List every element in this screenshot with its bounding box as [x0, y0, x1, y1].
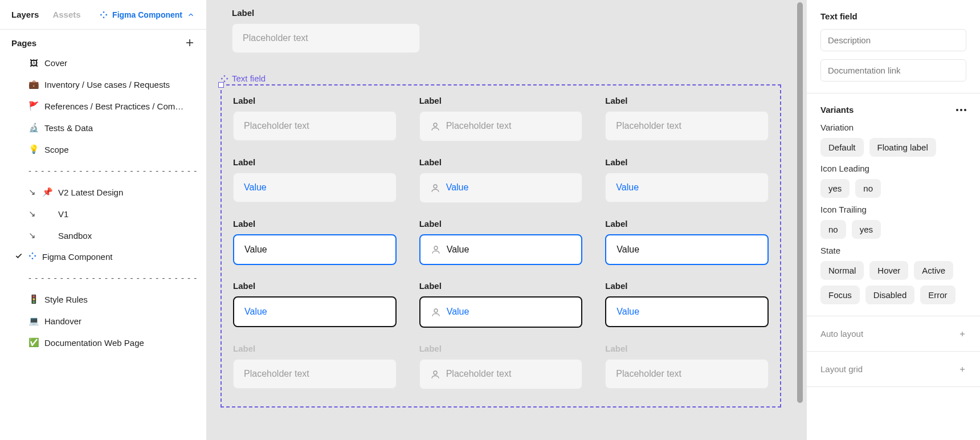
- textfield-input: Placeholder text: [233, 111, 397, 141]
- textfield-label: Label: [605, 96, 769, 105]
- variant-cell[interactable]: LabelValue: [419, 219, 583, 266]
- variant-cell[interactable]: LabelValue: [605, 281, 769, 328]
- page-label: - - - - - - - - - - - - - - - - - - - - …: [28, 273, 197, 283]
- page-separator: - - - - - - - - - - - - - - - - - - - - …: [2, 267, 204, 288]
- page-item[interactable]: Figma Component: [2, 246, 204, 267]
- textfield-text: Value: [616, 307, 639, 316]
- variant-cell[interactable]: LabelValue: [233, 157, 397, 203]
- variant-frame-title[interactable]: Text field: [220, 74, 781, 83]
- variant-chip[interactable]: Normal: [820, 261, 864, 280]
- page-item[interactable]: 🚩References / Best Practices / Com…: [2, 95, 204, 117]
- textfield-text: Value: [446, 182, 469, 192]
- page-emoji: 🔬: [28, 123, 39, 133]
- user-icon: [430, 369, 440, 380]
- textfield-label: Label: [605, 157, 769, 167]
- page-label: Tests & Data: [44, 123, 93, 133]
- pages-section-header: Pages: [0, 30, 206, 52]
- variant-prop-state-title: State: [820, 246, 966, 255]
- variant-cell[interactable]: LabelPlaceholder text: [419, 96, 583, 141]
- user-icon: [430, 121, 440, 132]
- variant-chip[interactable]: no: [820, 220, 846, 239]
- canvas-scrollbar[interactable]: [796, 2, 804, 438]
- variant-cell[interactable]: LabelValue: [233, 281, 397, 328]
- variant-cell[interactable]: LabelValue: [419, 281, 583, 328]
- variant-cell[interactable]: LabelValue: [605, 219, 769, 266]
- variant-chip[interactable]: Hover: [869, 261, 908, 280]
- page-item[interactable]: 💼Inventory / Use cases / Requests: [2, 74, 204, 95]
- textfield-text: Value: [447, 245, 469, 254]
- variant-cell[interactable]: LabelValue: [605, 157, 769, 203]
- textfield-input: Value: [233, 296, 397, 327]
- variant-chip[interactable]: yes: [852, 220, 881, 239]
- arrow-icon: ↘: [28, 230, 36, 241]
- page-item[interactable]: 🖼Cover: [2, 52, 204, 74]
- svg-rect-6: [31, 252, 33, 254]
- canvas-solo-textfield[interactable]: Label Placeholder text: [232, 8, 781, 53]
- svg-rect-1: [105, 14, 107, 15]
- page-component-selector[interactable]: Figma Component: [100, 10, 195, 19]
- variant-prop-leading-title: Icon Leading: [820, 164, 966, 173]
- svg-rect-7: [34, 255, 36, 256]
- variants-more-button[interactable]: [956, 109, 966, 111]
- page-emoji: 💼: [28, 79, 39, 89]
- variant-chip[interactable]: Disabled: [865, 286, 914, 304]
- svg-rect-0: [103, 11, 104, 13]
- variant-cell[interactable]: LabelPlaceholder text: [233, 344, 397, 389]
- page-item[interactable]: 💡Scope: [2, 138, 204, 160]
- variant-frame-label: Text field: [232, 74, 266, 83]
- textfield-text: Placeholder text: [244, 121, 309, 131]
- variant-chip[interactable]: Focus: [820, 286, 860, 304]
- tab-assets[interactable]: Assets: [52, 10, 80, 19]
- canvas-scrollbar-thumb[interactable]: [797, 2, 803, 403]
- right-panel: Text field Variants Variation DefaultFlo…: [806, 0, 980, 440]
- textfield-text: Placeholder text: [446, 121, 512, 131]
- layout-grid-label: Layout grid: [820, 364, 863, 374]
- page-item[interactable]: ↘📌V2 Latest Design: [2, 181, 204, 203]
- textfield-label: Label: [233, 344, 397, 353]
- variant-frame[interactable]: LabelPlaceholder textLabelPlaceholder te…: [220, 84, 781, 408]
- page-item[interactable]: 🚦Style Rules: [2, 288, 204, 310]
- plus-icon: [958, 365, 966, 373]
- variant-chip[interactable]: Default: [820, 138, 864, 157]
- variant-cell[interactable]: LabelPlaceholder text: [419, 344, 583, 389]
- variant-cell[interactable]: LabelPlaceholder text: [605, 96, 769, 141]
- variant-chip[interactable]: Floating label: [869, 138, 936, 157]
- page-item[interactable]: 🔬Tests & Data: [2, 117, 204, 138]
- canvas-inner: Label Placeholder text Text field LabelP…: [207, 0, 806, 440]
- svg-point-18: [434, 371, 437, 374]
- frame-resize-handle[interactable]: [218, 82, 224, 88]
- tab-layers[interactable]: Layers: [11, 10, 39, 19]
- variant-chip[interactable]: no: [855, 179, 881, 198]
- svg-rect-13: [221, 78, 223, 79]
- page-label: Cover: [44, 58, 67, 68]
- textfield-input: Placeholder text: [233, 359, 397, 389]
- page-item[interactable]: ↘V1: [2, 203, 204, 225]
- page-label: Inventory / Use cases / Requests: [44, 80, 170, 89]
- svg-point-17: [434, 309, 438, 312]
- variant-chip[interactable]: yes: [820, 179, 850, 198]
- page-item[interactable]: ✅Documentation Web Page: [2, 332, 204, 353]
- variant-cell[interactable]: LabelPlaceholder text: [233, 96, 397, 141]
- variant-cell[interactable]: LabelPlaceholder text: [605, 344, 769, 389]
- variant-cell[interactable]: LabelValue: [233, 219, 397, 266]
- textfield-label: Label: [605, 344, 769, 353]
- left-panel-header: Layers Assets Figma Component: [0, 0, 206, 30]
- page-item[interactable]: 💻Handover: [2, 310, 204, 332]
- description-input[interactable]: [820, 29, 966, 51]
- variant-chip[interactable]: Active: [914, 261, 953, 280]
- add-page-button[interactable]: [185, 38, 195, 48]
- canvas[interactable]: Label Placeholder text Text field LabelP…: [207, 0, 806, 440]
- variant-chip[interactable]: Error: [920, 286, 955, 304]
- page-item[interactable]: ↘Sandbox: [2, 225, 204, 246]
- textfield-input: Placeholder text: [605, 111, 769, 141]
- textfield-label: Label: [419, 157, 583, 167]
- variant-cell[interactable]: LabelValue: [419, 157, 583, 203]
- svg-point-15: [434, 185, 437, 188]
- page-emoji: 💡: [28, 144, 39, 154]
- textfield-label: Label: [419, 219, 583, 229]
- component-icon: [100, 11, 108, 19]
- layout-grid-row[interactable]: Layout grid: [807, 352, 980, 387]
- auto-layout-row[interactable]: Auto layout: [807, 316, 980, 352]
- svg-rect-10: [223, 75, 225, 76]
- documentation-link-input[interactable]: [820, 59, 966, 82]
